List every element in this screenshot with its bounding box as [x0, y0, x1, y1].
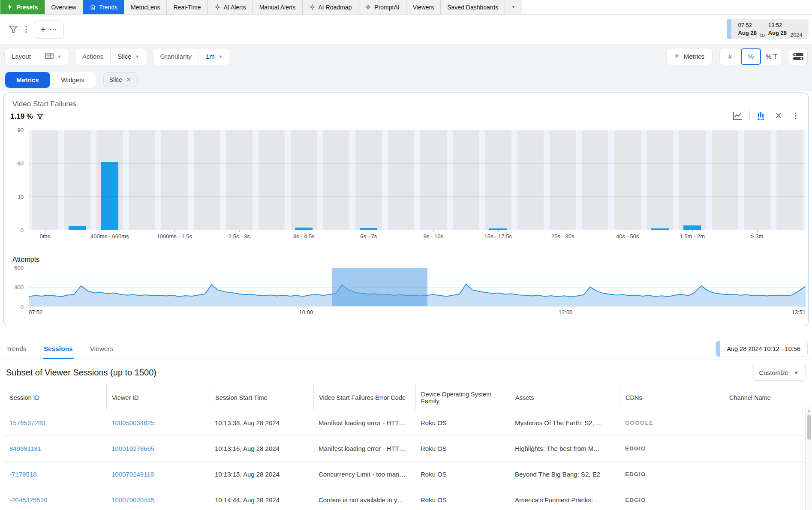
x-tick-label: 13:51	[791, 309, 806, 315]
nav-item-viewers[interactable]: Viewers	[406, 0, 441, 14]
histogram-band	[679, 130, 706, 230]
table-row: -717951810007024911810:13:15, Aug 28 202…	[4, 462, 812, 487]
sessions-tab-trends[interactable]: Trends	[5, 338, 27, 359]
nav-item-manual-alerts[interactable]: Manual Alerts	[253, 0, 303, 14]
granularity-value-dropdown[interactable]: 1m ▼	[198, 48, 230, 65]
nav-item-metriclens[interactable]: MetricLens	[124, 0, 167, 14]
y-tick-label: 30	[18, 194, 24, 200]
sessions-tab-sessions[interactable]: Sessions	[43, 338, 74, 359]
layout-button[interactable]: Layout	[5, 48, 38, 65]
histogram-band	[388, 130, 415, 230]
histogram-band	[485, 130, 511, 230]
layout-grid-dropdown[interactable]: ▼	[38, 48, 69, 65]
column-header-error-code[interactable]: Video Start Failures Error Code	[313, 385, 415, 410]
column-header-viewer-id[interactable]: Viewer ID	[106, 385, 210, 410]
time-range-picker[interactable]: 07:52 Aug 28 to 13:52 Aug 28 2024	[727, 19, 809, 39]
table-scrollbar[interactable]: ▲	[805, 407, 812, 510]
filter-kebab-icon[interactable]: ⋮	[22, 26, 30, 33]
close-chart-icon[interactable]: ✕	[773, 110, 784, 121]
x-tick-label: 15s - 17.5s	[484, 233, 512, 240]
cell-cdn: GOOGLE	[620, 410, 724, 435]
cell-channel	[724, 410, 805, 435]
cell-asset: Highlights: The best from M…	[510, 436, 620, 461]
toggles-icon	[793, 52, 804, 61]
top-nav: PresetsOverviewTrendsMetricLensReal-Time…	[0, 0, 812, 15]
display-settings-button[interactable]	[789, 48, 808, 65]
chevron-down-icon: ▼	[794, 370, 799, 376]
granularity-button[interactable]: Granularity	[153, 48, 198, 65]
cell-session-id[interactable]: -7179518	[4, 462, 106, 487]
column-header-session-id[interactable]: Session ID	[4, 385, 106, 410]
sessions-tab-viewers[interactable]: Viewers	[89, 338, 114, 359]
cell-channel	[724, 462, 805, 487]
histogram-chart-icon[interactable]	[756, 110, 767, 121]
time-range-accent	[727, 19, 731, 39]
cell-viewer-id[interactable]: 100070020445	[106, 487, 210, 510]
mode-count-button[interactable]: #	[720, 48, 740, 65]
scrollbar-thumb[interactable]	[807, 415, 811, 440]
column-header-start-time[interactable]: Session Start Time	[210, 385, 313, 410]
cell-session-id[interactable]: 1576537280	[4, 410, 106, 435]
selected-range-badge[interactable]: Aug 28 2024 10:12 - 10:56	[716, 341, 808, 357]
column-header-channel[interactable]: Channel Name	[724, 385, 805, 410]
cell-viewer-id[interactable]: 100050034625	[106, 410, 210, 435]
histogram-bar	[69, 226, 86, 230]
histogram-band	[550, 130, 576, 230]
nav-item-presets[interactable]: Presets	[0, 0, 45, 14]
metric-filter-funnel-icon[interactable]	[36, 113, 44, 120]
attempts-area-chart	[29, 268, 806, 306]
scroll-up-icon[interactable]: ▲	[806, 407, 812, 414]
actions-value-dropdown[interactable]: Slice ▼	[110, 48, 146, 65]
cell-cdn: EDGIO	[620, 487, 724, 510]
line-chart-icon[interactable]	[732, 110, 743, 121]
chart-kebab-icon[interactable]: ⋮	[790, 110, 801, 121]
cell-start-time: 10:13:16, Aug 28 2024	[210, 436, 313, 461]
table-row: -204532552010007002044510:14:44, Aug 28 …	[4, 487, 812, 510]
x-tick-label: 0ms	[39, 233, 50, 240]
close-icon[interactable]: ✕	[126, 76, 132, 84]
nav-more-dropdown[interactable]	[505, 0, 522, 14]
sparkle-icon	[214, 4, 221, 10]
table-header: Session IDViewer IDSession Start TimeVid…	[4, 385, 812, 410]
tab-metrics[interactable]: Metrics	[5, 72, 50, 88]
vsf-y-axis: 9060300	[6, 130, 29, 230]
cell-session-id[interactable]: 849981181	[4, 436, 106, 461]
histogram-band	[96, 130, 123, 230]
add-metrics-button[interactable]: + Metrics	[666, 48, 713, 65]
edgio-cdn-logo: EDGIO	[625, 497, 646, 503]
cell-viewer-id[interactable]: 100010278665	[106, 436, 210, 461]
edgio-cdn-logo: EDGIO	[625, 471, 646, 477]
column-header-asset[interactable]: Assets	[510, 385, 620, 410]
x-tick-label: 2.5s - 3s	[229, 233, 250, 240]
attempts-title: Attempts	[12, 256, 39, 264]
actions-button[interactable]: Actions	[75, 48, 110, 65]
nav-item-saved-dashboards[interactable]: Saved Dashboards	[441, 0, 505, 14]
column-header-os[interactable]: Device Operating System Family	[415, 385, 510, 410]
nav-item-real-time[interactable]: Real-Time	[167, 0, 208, 14]
nav-item-overview[interactable]: Overview	[45, 0, 83, 14]
histogram-band	[453, 130, 479, 230]
time-selection-region[interactable]	[332, 268, 427, 306]
range-start-time: 07:52	[738, 21, 752, 29]
histogram-bar	[360, 228, 377, 230]
add-filter-button[interactable]: + ⋯	[34, 21, 64, 39]
x-tick	[239, 230, 240, 232]
slice-chip[interactable]: Slice ✕	[103, 72, 138, 87]
nav-item-trends[interactable]: Trends	[83, 0, 124, 14]
nav-item-ai-roadmap[interactable]: AI Roadmap	[303, 0, 359, 14]
nav-item-promptai[interactable]: PromptAI	[358, 0, 406, 14]
x-tick	[304, 230, 304, 232]
filter-funnel-icon[interactable]	[7, 23, 20, 36]
mode-percent-total-button[interactable]: % T	[761, 48, 782, 65]
column-header-cdn[interactable]: CDNs	[620, 385, 724, 410]
nav-item-ai-alerts[interactable]: AI Alerts	[208, 0, 253, 14]
cell-viewer-id[interactable]: 100070249118	[106, 462, 210, 487]
cell-session-id[interactable]: -2045325520	[4, 487, 106, 510]
sparkle-icon	[309, 4, 316, 10]
cell-os: Roku OS	[415, 410, 510, 435]
tab-widgets[interactable]: Widgets	[50, 72, 96, 88]
x-tick-label: 07:52	[29, 309, 43, 315]
customize-button[interactable]: Customize ▼	[752, 365, 806, 381]
mode-percent-button[interactable]: %	[740, 48, 761, 65]
histogram-bar	[295, 228, 313, 230]
